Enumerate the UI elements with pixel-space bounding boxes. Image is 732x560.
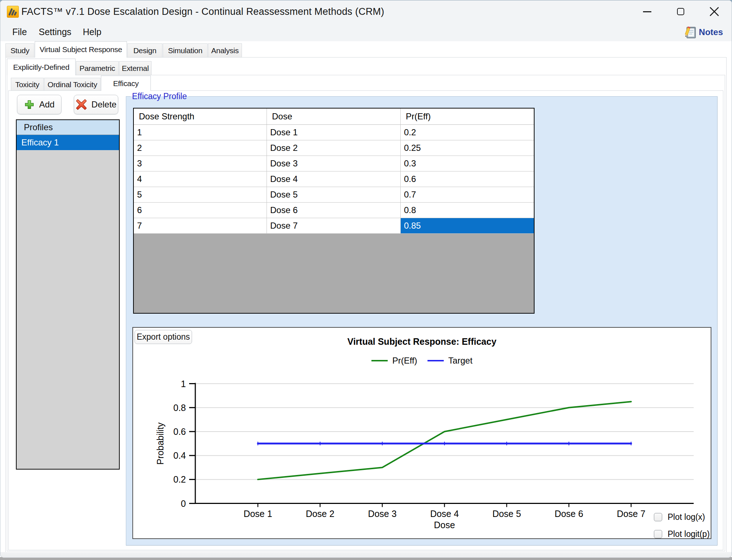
y-axis-title: Probability — [155, 422, 165, 464]
grid-row-1: 1Dose 10.2 — [134, 125, 534, 140]
tab-simulation-label: Simulation — [165, 46, 205, 55]
profiles-list-header: Profiles — [17, 120, 119, 135]
legend-label-Target: Target — [448, 356, 473, 366]
grid-cell-r3-c2[interactable]: Dose 3 — [267, 156, 401, 171]
legend-swatch-Pr(Eff) — [371, 360, 388, 361]
menu-settings[interactable]: Settings — [39, 23, 71, 41]
chart-legend: Pr(Eff)Target — [133, 355, 711, 366]
grid-cell-r1-c2[interactable]: Dose 1 — [267, 125, 401, 140]
plot-logx-checkbox[interactable] — [654, 513, 662, 521]
y-tick-label-0: 0 — [181, 499, 186, 509]
x-tick-label-2: Dose 2 — [306, 509, 334, 519]
grid-cell-r6-c3[interactable]: 0.8 — [401, 203, 534, 218]
chart-panel: 00.20.40.60.81Dose 1Dose 2Dose 3Dose 4Do… — [132, 327, 711, 539]
title-bar[interactable]: FACTS™ v7.1 Dose Escalation Design - Con… — [0, 0, 732, 23]
maximize-button[interactable] — [669, 0, 693, 23]
grid-cell-r6-c2[interactable]: Dose 6 — [267, 203, 401, 218]
tab-analysis[interactable]: Analysis — [208, 43, 242, 58]
delete-x-icon — [76, 99, 87, 110]
efficacy-profile-grid[interactable]: Dose Strength Dose Pr(Eff) 1Dose 10.22Do… — [133, 108, 535, 314]
grid-row-2: 2Dose 20.25 — [134, 140, 534, 156]
tab-study[interactable]: Study — [5, 43, 34, 58]
tabpage-explicitly-defined: Toxicity Ordinal Toxicity Efficacy — [7, 75, 725, 551]
profiles-list-item-efficacy-1[interactable]: Efficacy 1 — [17, 135, 119, 150]
grid-cell-r3-c1[interactable]: 3 — [134, 156, 267, 171]
profiles-list[interactable]: Profiles Efficacy 1 — [16, 119, 120, 470]
grid-cell-r1-c3[interactable]: 0.2 — [401, 125, 534, 140]
menu-file[interactable]: File — [12, 23, 27, 41]
grid-header-dose-strength[interactable]: Dose Strength — [134, 109, 267, 125]
grid-row-3: 3Dose 30.3 — [134, 156, 534, 171]
x-tick-label-1: Dose 1 — [243, 509, 272, 519]
grid-cell-r7-c2[interactable]: Dose 7 — [267, 218, 401, 234]
grid-header-dose[interactable]: Dose — [267, 109, 401, 125]
minimize-button[interactable] — [635, 0, 659, 23]
y-tick-label-0.4: 0.4 — [173, 450, 186, 461]
legend-swatch-Target — [427, 360, 444, 361]
tab-parametric-label: Parametric — [77, 64, 118, 73]
grid-cell-r7-c3[interactable]: 0.85 — [401, 218, 534, 234]
tab-ordinal-toxicity-label: Ordinal Toxicity — [44, 80, 100, 89]
tab-explicitly-defined-label: Explicitly-Defined — [10, 63, 72, 72]
grid-cell-r5-c2[interactable]: Dose 5 — [267, 187, 401, 203]
grid-cell-r2-c3[interactable]: 0.25 — [401, 140, 534, 156]
grid-cell-r2-c1[interactable]: 2 — [134, 140, 267, 156]
y-tick-label-0.8: 0.8 — [173, 403, 186, 413]
y-tick-label-0.6: 0.6 — [173, 427, 186, 437]
tabstrip-vsr: Explicitly-Defined Parametric External — [7, 59, 725, 75]
window-title: FACTS™ v7.1 Dose Escalation Design - Con… — [21, 0, 384, 23]
grid-cell-r5-c1[interactable]: 5 — [134, 187, 267, 203]
legend-label-Pr(Eff): Pr(Eff) — [392, 356, 417, 366]
tab-efficacy[interactable]: Efficacy — [101, 76, 151, 91]
chart-title: Virtual Subject Response: Efficacy — [133, 336, 711, 347]
tabcontrol-explicit: Toxicity Ordinal Toxicity Efficacy — [8, 76, 724, 550]
tab-design[interactable]: Design — [127, 43, 162, 58]
tab-virtual-subject-response[interactable]: Virtual Subject Response — [35, 41, 127, 58]
legend-entry-Target: Target — [427, 356, 473, 366]
x-tick-label-7: Dose 7 — [617, 509, 645, 519]
close-icon — [710, 7, 719, 16]
tabcontrol-vsr: Explicitly-Defined Parametric External T… — [7, 59, 725, 552]
plot-logitp-checkbox[interactable] — [654, 530, 662, 538]
tab-external[interactable]: External — [119, 61, 152, 75]
menu-help[interactable]: Help — [83, 23, 101, 41]
tab-ordinal-toxicity[interactable]: Ordinal Toxicity — [44, 78, 101, 91]
tab-explicitly-defined[interactable]: Explicitly-Defined — [7, 59, 76, 75]
grid-row-4: 4Dose 40.6 — [134, 171, 534, 187]
grid-cell-r2-c2[interactable]: Dose 2 — [267, 140, 401, 156]
grid-cell-r4-c2[interactable]: Dose 4 — [267, 171, 401, 187]
series-line-Pr(Eff) — [258, 402, 631, 479]
delete-button-label: Delete — [92, 99, 116, 110]
plot-logx-option: Plot log(x) — [654, 512, 705, 522]
grid-cell-r7-c1[interactable]: 7 — [134, 218, 267, 234]
grid-cell-r4-c1[interactable]: 4 — [134, 171, 267, 187]
close-button[interactable] — [702, 0, 726, 23]
tab-simulation[interactable]: Simulation — [163, 43, 208, 58]
grid-cell-r5-c3[interactable]: 0.7 — [401, 187, 534, 203]
app-window: FACTS™ v7.1 Dose Escalation Design - Con… — [0, 0, 732, 558]
maximize-icon — [677, 8, 684, 15]
grid-cell-r6-c1[interactable]: 6 — [134, 203, 267, 218]
x-tick-label-6: Dose 6 — [554, 509, 583, 519]
grid-header-row: Dose Strength Dose Pr(Eff) — [134, 109, 534, 125]
x-tick-label-5: Dose 5 — [492, 509, 521, 519]
minimize-icon — [643, 11, 651, 12]
grid-row-6: 6Dose 60.8 — [134, 203, 534, 218]
legend-entry-Pr(Eff): Pr(Eff) — [371, 356, 417, 366]
delete-button[interactable]: Delete — [74, 95, 118, 114]
tab-design-label: Design — [131, 46, 159, 55]
plot-logitp-option: Plot logit(p) — [654, 529, 710, 539]
y-tick-label-1: 1 — [181, 379, 186, 389]
notes-button[interactable]: Notes — [684, 23, 723, 41]
tab-parametric[interactable]: Parametric — [76, 61, 119, 75]
grid-header-pr-eff[interactable]: Pr(Eff) — [401, 109, 534, 125]
grid-cell-r4-c3[interactable]: 0.6 — [401, 171, 534, 187]
tab-external-label: External — [119, 64, 152, 73]
add-button[interactable]: Add — [17, 95, 61, 114]
grid-cell-r3-c3[interactable]: 0.3 — [401, 156, 534, 171]
add-plus-icon — [24, 99, 35, 110]
form-bottom-area — [0, 552, 732, 557]
grid-cell-r1-c1[interactable]: 1 — [134, 125, 267, 140]
tab-toxicity[interactable]: Toxicity — [11, 78, 44, 91]
grid-row-5: 5Dose 50.7 — [134, 187, 534, 203]
